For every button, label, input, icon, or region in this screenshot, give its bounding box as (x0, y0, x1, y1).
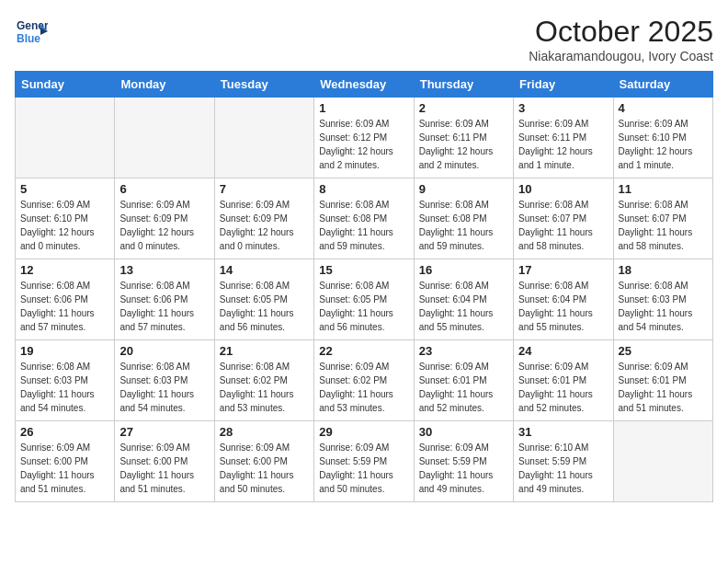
day-number: 23 (419, 344, 508, 358)
calendar-cell: 13Sunrise: 6:08 AM Sunset: 6:06 PM Dayli… (115, 259, 214, 340)
day-number: 14 (220, 263, 309, 277)
logo-icon: General Blue (15, 15, 48, 48)
day-number: 11 (619, 182, 708, 196)
day-number: 10 (518, 182, 608, 196)
day-info: Sunrise: 6:09 AM Sunset: 6:09 PM Dayligh… (220, 198, 309, 253)
day-info: Sunrise: 6:10 AM Sunset: 5:59 PM Dayligh… (518, 441, 608, 496)
day-number: 12 (20, 263, 109, 277)
day-number: 25 (619, 344, 708, 358)
day-info: Sunrise: 6:08 AM Sunset: 6:03 PM Dayligh… (20, 360, 109, 415)
week-row-1: 1Sunrise: 6:09 AM Sunset: 6:12 PM Daylig… (16, 98, 713, 178)
week-row-3: 12Sunrise: 6:08 AM Sunset: 6:06 PM Dayli… (16, 259, 713, 340)
calendar-cell: 22Sunrise: 6:09 AM Sunset: 6:02 PM Dayli… (314, 340, 414, 421)
weekday-header-wednesday: Wednesday (314, 72, 414, 98)
day-info: Sunrise: 6:08 AM Sunset: 6:08 PM Dayligh… (319, 198, 408, 253)
day-number: 13 (119, 263, 209, 277)
day-number: 27 (119, 425, 209, 439)
day-info: Sunrise: 6:08 AM Sunset: 6:02 PM Dayligh… (220, 360, 309, 415)
day-info: Sunrise: 6:08 AM Sunset: 6:03 PM Dayligh… (619, 279, 708, 334)
calendar-cell: 4Sunrise: 6:09 AM Sunset: 6:10 PM Daylig… (613, 98, 712, 178)
day-info: Sunrise: 6:09 AM Sunset: 6:11 PM Dayligh… (419, 117, 508, 172)
calendar-cell: 19Sunrise: 6:08 AM Sunset: 6:03 PM Dayli… (16, 340, 115, 421)
calendar-cell: 26Sunrise: 6:09 AM Sunset: 6:00 PM Dayli… (16, 421, 115, 502)
day-info: Sunrise: 6:08 AM Sunset: 6:08 PM Dayligh… (419, 198, 508, 253)
calendar-cell: 30Sunrise: 6:09 AM Sunset: 5:59 PM Dayli… (414, 421, 513, 502)
day-info: Sunrise: 6:08 AM Sunset: 6:04 PM Dayligh… (419, 279, 508, 334)
weekday-header-thursday: Thursday (414, 72, 513, 98)
calendar-table: SundayMondayTuesdayWednesdayThursdayFrid… (15, 71, 713, 502)
day-info: Sunrise: 6:08 AM Sunset: 6:06 PM Dayligh… (20, 279, 109, 334)
calendar-cell: 28Sunrise: 6:09 AM Sunset: 6:00 PM Dayli… (214, 421, 313, 502)
day-info: Sunrise: 6:09 AM Sunset: 6:10 PM Dayligh… (20, 198, 109, 253)
calendar-cell: 3Sunrise: 6:09 AM Sunset: 6:11 PM Daylig… (514, 98, 613, 178)
day-number: 26 (20, 425, 109, 439)
calendar-cell: 15Sunrise: 6:08 AM Sunset: 6:05 PM Dayli… (314, 259, 414, 340)
day-info: Sunrise: 6:08 AM Sunset: 6:06 PM Dayligh… (119, 279, 209, 334)
weekday-header-saturday: Saturday (613, 72, 712, 98)
calendar-cell: 21Sunrise: 6:08 AM Sunset: 6:02 PM Dayli… (214, 340, 313, 421)
title-block: October 2025 Niakaramandougou, Ivory Coa… (529, 15, 713, 63)
calendar-cell: 17Sunrise: 6:08 AM Sunset: 6:04 PM Dayli… (514, 259, 613, 340)
week-row-2: 5Sunrise: 6:09 AM Sunset: 6:10 PM Daylig… (16, 178, 713, 259)
calendar-cell: 8Sunrise: 6:08 AM Sunset: 6:08 PM Daylig… (314, 178, 414, 259)
calendar-cell: 12Sunrise: 6:08 AM Sunset: 6:06 PM Dayli… (16, 259, 115, 340)
calendar-cell: 7Sunrise: 6:09 AM Sunset: 6:09 PM Daylig… (214, 178, 313, 259)
day-info: Sunrise: 6:08 AM Sunset: 6:07 PM Dayligh… (619, 198, 708, 253)
weekday-header-tuesday: Tuesday (214, 72, 313, 98)
day-number: 7 (220, 182, 309, 196)
day-number: 9 (419, 182, 508, 196)
location: Niakaramandougou, Ivory Coast (529, 49, 713, 63)
day-info: Sunrise: 6:09 AM Sunset: 6:00 PM Dayligh… (20, 441, 109, 496)
calendar-cell: 5Sunrise: 6:09 AM Sunset: 6:10 PM Daylig… (16, 178, 115, 259)
day-number: 3 (518, 101, 608, 115)
day-number: 18 (619, 263, 708, 277)
day-number: 19 (20, 344, 109, 358)
day-number: 28 (220, 425, 309, 439)
day-number: 20 (119, 344, 209, 358)
day-info: Sunrise: 6:08 AM Sunset: 6:03 PM Dayligh… (119, 360, 209, 415)
day-number: 24 (518, 344, 608, 358)
calendar-cell: 18Sunrise: 6:08 AM Sunset: 6:03 PM Dayli… (613, 259, 712, 340)
calendar-cell: 24Sunrise: 6:09 AM Sunset: 6:01 PM Dayli… (514, 340, 613, 421)
calendar-cell: 2Sunrise: 6:09 AM Sunset: 6:11 PM Daylig… (414, 98, 513, 178)
page-header: General Blue October 2025 Niakaramandoug… (15, 15, 713, 63)
day-number: 8 (319, 182, 408, 196)
calendar-cell: 23Sunrise: 6:09 AM Sunset: 6:01 PM Dayli… (414, 340, 513, 421)
calendar-cell: 11Sunrise: 6:08 AM Sunset: 6:07 PM Dayli… (613, 178, 712, 259)
day-info: Sunrise: 6:08 AM Sunset: 6:04 PM Dayligh… (518, 279, 608, 334)
day-info: Sunrise: 6:08 AM Sunset: 6:05 PM Dayligh… (319, 279, 408, 334)
day-number: 17 (518, 263, 608, 277)
calendar-cell: 31Sunrise: 6:10 AM Sunset: 5:59 PM Dayli… (514, 421, 613, 502)
weekday-header-sunday: Sunday (16, 72, 115, 98)
day-info: Sunrise: 6:09 AM Sunset: 6:01 PM Dayligh… (619, 360, 708, 415)
day-number: 15 (319, 263, 408, 277)
day-number: 31 (518, 425, 608, 439)
calendar-cell: 25Sunrise: 6:09 AM Sunset: 6:01 PM Dayli… (613, 340, 712, 421)
calendar-cell: 1Sunrise: 6:09 AM Sunset: 6:12 PM Daylig… (314, 98, 414, 178)
calendar-cell (115, 98, 214, 178)
day-number: 21 (220, 344, 309, 358)
day-info: Sunrise: 6:09 AM Sunset: 6:01 PM Dayligh… (518, 360, 608, 415)
day-number: 2 (419, 101, 508, 115)
calendar-cell: 6Sunrise: 6:09 AM Sunset: 6:09 PM Daylig… (115, 178, 214, 259)
day-number: 5 (20, 182, 109, 196)
calendar-cell: 20Sunrise: 6:08 AM Sunset: 6:03 PM Dayli… (115, 340, 214, 421)
day-info: Sunrise: 6:09 AM Sunset: 5:59 PM Dayligh… (319, 441, 408, 496)
day-number: 6 (119, 182, 209, 196)
day-info: Sunrise: 6:09 AM Sunset: 6:02 PM Dayligh… (319, 360, 408, 415)
day-number: 29 (319, 425, 408, 439)
day-info: Sunrise: 6:09 AM Sunset: 6:00 PM Dayligh… (119, 441, 209, 496)
day-info: Sunrise: 6:09 AM Sunset: 6:09 PM Dayligh… (119, 198, 209, 253)
calendar-cell: 14Sunrise: 6:08 AM Sunset: 6:05 PM Dayli… (214, 259, 313, 340)
calendar-cell (16, 98, 115, 178)
day-info: Sunrise: 6:09 AM Sunset: 6:11 PM Dayligh… (518, 117, 608, 172)
day-info: Sunrise: 6:09 AM Sunset: 6:12 PM Dayligh… (319, 117, 408, 172)
month-title: October 2025 (529, 15, 713, 49)
calendar-cell: 10Sunrise: 6:08 AM Sunset: 6:07 PM Dayli… (514, 178, 613, 259)
day-number: 22 (319, 344, 408, 358)
calendar-cell: 16Sunrise: 6:08 AM Sunset: 6:04 PM Dayli… (414, 259, 513, 340)
calendar-cell: 27Sunrise: 6:09 AM Sunset: 6:00 PM Dayli… (115, 421, 214, 502)
weekday-header-friday: Friday (514, 72, 613, 98)
calendar-cell: 29Sunrise: 6:09 AM Sunset: 5:59 PM Dayli… (314, 421, 414, 502)
day-number: 30 (419, 425, 508, 439)
